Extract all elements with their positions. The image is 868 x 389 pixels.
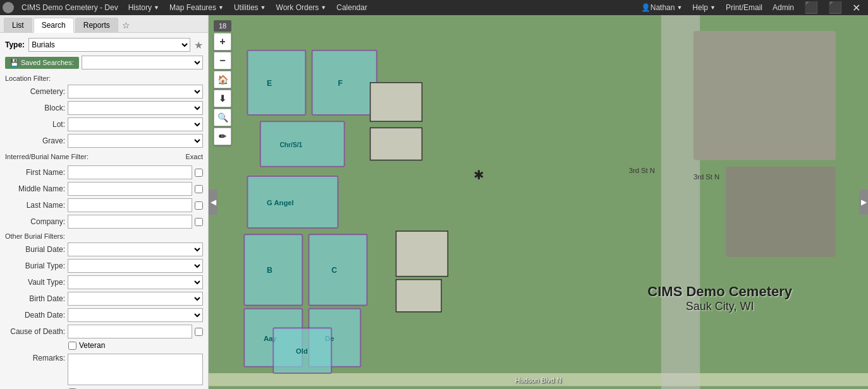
- utilities-caret: ▼: [260, 4, 266, 11]
- svg-text:F: F: [338, 79, 343, 88]
- left-panel: List Search Reports ☆ Type: Burials Lots…: [0, 15, 209, 389]
- tab-search[interactable]: Search: [34, 18, 74, 33]
- nav-right: 👤 Nathan ▼ Help ▼ Print/Email Admin ⬛ ⬛ …: [636, 0, 865, 15]
- svg-text:3rd St N: 3rd St N: [694, 173, 719, 181]
- nathan-caret: ▼: [676, 4, 682, 11]
- download-button[interactable]: ⬇: [214, 90, 231, 107]
- top-navigation: CIMS Demo Cemetery - Dev History ▼ Map F…: [0, 0, 868, 15]
- burial-date-select[interactable]: [68, 242, 203, 256]
- type-star[interactable]: ★: [194, 39, 203, 51]
- nav-print-email[interactable]: Print/Email: [721, 0, 767, 15]
- type-label: Type:: [5, 40, 25, 49]
- exact-label: Exact: [185, 153, 203, 160]
- lot-label: Lot:: [5, 120, 65, 129]
- other-filters-label: Other Burial Filters:: [5, 232, 203, 240]
- grave-label: Grave:: [5, 136, 65, 145]
- search-location-button[interactable]: 🔍: [214, 109, 231, 126]
- main-content: List Search Reports ☆ Type: Burials Lots…: [0, 15, 868, 389]
- burial-type-select[interactable]: [68, 259, 203, 273]
- search-panel: Type: Burials Lots Persons ★ 💾 Saved Sea…: [0, 33, 208, 389]
- svg-rect-26: [396, 280, 442, 312]
- type-select[interactable]: Burials Lots Persons: [28, 38, 190, 52]
- cemetery-label: Cemetery:: [5, 87, 65, 96]
- svg-text:C: C: [331, 266, 337, 275]
- panel-collapse-button[interactable]: ◀: [209, 189, 217, 215]
- cause-of-death-input[interactable]: [68, 325, 192, 338]
- vault-type-select[interactable]: [68, 275, 203, 289]
- nav-help[interactable]: Help ▼: [687, 0, 721, 15]
- vault-type-label: Vault Type:: [5, 278, 65, 287]
- nav-history[interactable]: History ▼: [123, 0, 164, 15]
- nav-close-icon[interactable]: ✕: [847, 0, 865, 15]
- cause-exact[interactable]: [195, 328, 203, 336]
- map-right-collapse-button[interactable]: ▶: [859, 189, 868, 215]
- veteran-checkbox[interactable]: [68, 342, 76, 350]
- lot-select[interactable]: [68, 117, 203, 131]
- middle-name-label: Middle Name:: [5, 184, 65, 193]
- company-label: Company:: [5, 217, 65, 226]
- remarks-label: Remarks:: [5, 354, 65, 362]
- cemetery-select[interactable]: [68, 85, 203, 99]
- svg-rect-23: [370, 83, 422, 121]
- cause-of-death-row: Cause of Death:: [5, 325, 203, 338]
- zoom-level-badge: 18: [214, 20, 231, 32]
- birth-date-label: Birth Date:: [5, 294, 65, 303]
- floppy-icon: 💾: [10, 59, 19, 67]
- type-row: Type: Burials Lots Persons ★: [5, 38, 203, 52]
- middle-name-exact[interactable]: [195, 185, 203, 193]
- grave-row: Grave:: [5, 134, 203, 148]
- app-title[interactable]: CIMS Demo Cemetery - Dev: [16, 0, 123, 15]
- tab-bar: List Search Reports ☆: [0, 15, 208, 33]
- grave-select[interactable]: [68, 134, 203, 148]
- location-filter-label: Location Filter:: [5, 75, 203, 82]
- company-row: Company:: [5, 215, 203, 229]
- nav-user-icon: ⬛: [799, 0, 823, 15]
- help-caret: ▼: [710, 4, 716, 11]
- map-bottom-road-label: Hudson Blvd N: [515, 376, 561, 384]
- remarks-textarea[interactable]: [68, 354, 203, 385]
- app-icon: [3, 2, 14, 13]
- svg-rect-7: [312, 51, 377, 115]
- tab-list[interactable]: List: [4, 18, 32, 32]
- nav-nathan[interactable]: 👤 Nathan ▼: [636, 0, 688, 15]
- death-date-select[interactable]: [68, 308, 203, 322]
- tab-reports[interactable]: Reports: [75, 18, 118, 32]
- interred-filter-label: Interred/Burial Name Filter:: [5, 153, 89, 160]
- last-name-input[interactable]: [68, 198, 192, 212]
- company-exact[interactable]: [195, 218, 203, 226]
- nav-admin[interactable]: Admin: [767, 0, 799, 15]
- first-name-label: First Name:: [5, 168, 65, 177]
- burial-date-row: Burial Date:: [5, 242, 203, 256]
- first-name-input[interactable]: [68, 165, 192, 179]
- favorite-star[interactable]: ☆: [122, 20, 130, 30]
- saved-searches-button[interactable]: 💾 Saved Searches:: [5, 57, 79, 69]
- last-name-exact[interactable]: [195, 201, 203, 210]
- nav-utilities[interactable]: Utilities ▼: [229, 0, 271, 15]
- svg-text:Chr/S/1: Chr/S/1: [279, 141, 302, 148]
- middle-name-input[interactable]: [68, 182, 192, 196]
- first-name-exact[interactable]: [195, 169, 203, 177]
- work-orders-caret: ▼: [321, 4, 326, 11]
- nav-work-orders[interactable]: Work Orders ▼: [271, 0, 332, 15]
- zoom-in-button[interactable]: +: [214, 33, 231, 51]
- veteran-row: Veteran: [68, 341, 203, 350]
- block-select[interactable]: [68, 101, 203, 115]
- map-cemetery-label: CIMS Demo Cemetery Sauk City, WI: [647, 284, 792, 313]
- vault-type-row: Vault Type:: [5, 275, 203, 289]
- map-background: E F Chr/S/1 G Angel B C Aay De Old: [209, 15, 868, 389]
- burial-date-label: Burial Date:: [5, 245, 65, 254]
- home-button[interactable]: 🏠: [214, 71, 231, 88]
- birth-date-select[interactable]: [68, 292, 203, 306]
- zoom-out-button[interactable]: −: [214, 52, 231, 69]
- svg-rect-15: [309, 234, 367, 305]
- company-input[interactable]: [68, 215, 192, 229]
- death-date-row: Death Date:: [5, 308, 203, 322]
- edit-button[interactable]: ✏: [214, 128, 231, 145]
- svg-rect-25: [396, 231, 448, 277]
- nav-map-features[interactable]: Map Features ▼: [164, 0, 229, 15]
- nav-calendar[interactable]: Calendar: [331, 0, 372, 15]
- saved-searches-select[interactable]: [82, 56, 203, 69]
- svg-rect-4: [726, 167, 836, 257]
- map-area[interactable]: E F Chr/S/1 G Angel B C Aay De Old: [209, 15, 868, 389]
- first-name-row: First Name:: [5, 165, 203, 179]
